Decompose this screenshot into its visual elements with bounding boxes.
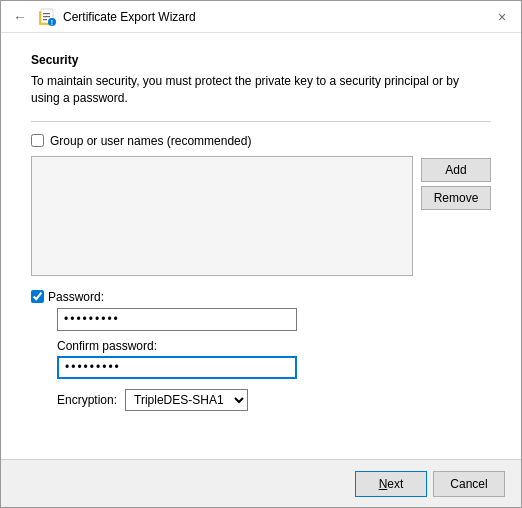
group-buttons: Add Remove	[421, 156, 491, 276]
section-description: To maintain security, you must protect t…	[31, 73, 491, 107]
cancel-button[interactable]: Cancel	[433, 471, 505, 497]
dialog-footer: Next Cancel	[1, 459, 521, 507]
separator	[31, 121, 491, 122]
close-button[interactable]: ×	[491, 6, 513, 28]
password-input[interactable]	[57, 308, 297, 331]
svg-rect-3	[43, 16, 50, 17]
wizard-icon: !	[37, 7, 57, 27]
title-bar-left: ← ! Certificate Export Wizard	[9, 7, 196, 27]
remove-button[interactable]: Remove	[421, 186, 491, 210]
confirm-password-input[interactable]	[57, 356, 297, 379]
group-area-container: Add Remove	[31, 156, 491, 276]
title-bar: ← ! Certificate Export Wizard ×	[1, 1, 521, 33]
password-checkbox[interactable]	[31, 290, 44, 303]
add-button[interactable]: Add	[421, 158, 491, 182]
section-title: Security	[31, 53, 491, 67]
svg-rect-2	[43, 13, 50, 14]
dialog-title: Certificate Export Wizard	[63, 10, 196, 24]
confirm-password-label: Confirm password:	[57, 339, 491, 353]
password-label: Password:	[48, 290, 104, 304]
next-button[interactable]: Next	[355, 471, 427, 497]
encryption-label: Encryption:	[57, 393, 117, 407]
group-checkbox-row: Group or user names (recommended)	[31, 134, 491, 148]
encryption-select[interactable]: TripleDES-SHA1 AES256-SHA256	[125, 389, 248, 411]
svg-rect-4	[43, 19, 47, 20]
group-checkbox[interactable]	[31, 134, 44, 147]
group-checkbox-label: Group or user names (recommended)	[50, 134, 251, 148]
dialog-content: Security To maintain security, you must …	[1, 33, 521, 459]
group-list-area	[31, 156, 413, 276]
dialog: ← ! Certificate Export Wizard × Security…	[0, 0, 522, 508]
svg-text:!: !	[51, 19, 53, 26]
encryption-row: Encryption: TripleDES-SHA1 AES256-SHA256	[57, 389, 491, 411]
password-checkbox-row: Password:	[31, 290, 491, 304]
back-button[interactable]: ←	[9, 7, 31, 27]
